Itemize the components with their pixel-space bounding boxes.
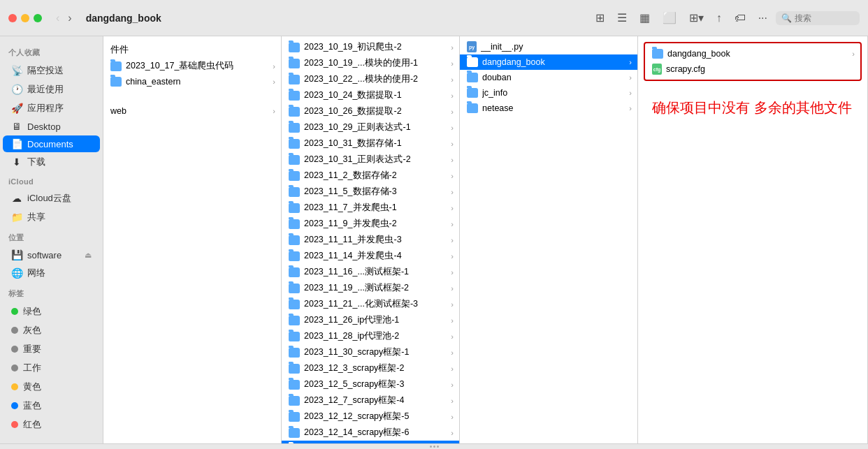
list-item[interactable]: py__init__.py (460, 39, 637, 54)
sidebar-item-network[interactable]: 🌐 网络 (3, 264, 100, 282)
list-item[interactable]: 2023_11_16_...测试框架-1› (282, 264, 459, 280)
folder-icon (289, 187, 300, 197)
chevron-right-icon: › (451, 156, 454, 164)
more-icon[interactable]: ··· (755, 10, 770, 26)
list-item[interactable]: 2023_10_22_...模块的使用-2› (282, 71, 459, 87)
list-item[interactable]: 2023_11_11_并发爬虫-3› (282, 232, 459, 248)
item-name: 2023_11_21_...化测试框架-3 (304, 298, 447, 310)
list-item[interactable]: web › (103, 103, 281, 119)
finder-columns: 件件 2023_10_17_基础爬虫代码 › china_eastern › w… (103, 36, 868, 443)
list-item[interactable]: 2023_10_31_数据存储-1› (282, 135, 459, 152)
list-item[interactable]: 2023_10_19_初识爬虫-2› (282, 39, 459, 55)
list-item[interactable]: 2023_11_28_ip代理池-2› (282, 328, 459, 344)
list-item[interactable]: dangdang_book› (460, 54, 637, 70)
sidebar-item-tag-gray[interactable]: 灰色 (3, 321, 100, 339)
sidebar-item-recents[interactable]: 🕐 最近使用 (3, 80, 100, 98)
sidebar-item-icloud-drive[interactable]: ☁ iCloud云盘 (3, 189, 100, 207)
tag-icon[interactable]: 🏷 (732, 10, 748, 26)
sidebar-label-software: software (27, 250, 62, 260)
list-item[interactable]: 2023_11_19_...测试框架-2› (282, 280, 459, 296)
sidebar-label-airdrop: 隔空投送 (27, 64, 64, 77)
item-name: 2023_10_19_...模块的使用-1 (304, 57, 447, 69)
network-icon: 🌐 (11, 267, 22, 279)
sidebar-item-airdrop[interactable]: 📡 隔空投送 (3, 61, 100, 80)
tag-yellow-dot (11, 383, 18, 390)
item-name: jc_info (482, 88, 625, 98)
list-item[interactable]: 2023_10_26_数据提取-2› (282, 103, 459, 119)
list-item[interactable]: 2023_12_14_scrapy框架-6› (282, 425, 459, 441)
sidebar-item-tag-important[interactable]: 重要 (3, 340, 100, 358)
sidebar-item-tag-blue[interactable]: 蓝色 (3, 397, 100, 415)
folder-icon (289, 284, 300, 293)
icloud-icon: ☁ (11, 193, 22, 204)
list-item[interactable]: 2023_11_21_...化测试框架-3› (282, 296, 459, 312)
sidebar-label-tag-gray: 灰色 (23, 324, 41, 337)
list-item[interactable]: 2023_11_26_ip代理池-1› (282, 312, 459, 328)
sidebar-item-tag-green[interactable]: 绿色 (3, 302, 100, 321)
column-3: py__init__.pydangdang_book›douban›jc_inf… (460, 36, 638, 443)
list-item[interactable]: 2023_12_12_scrapy框架-5› (282, 408, 459, 425)
sidebar-label-tag-important: 重要 (23, 343, 41, 355)
list-item[interactable]: 2023_10_31_正则表达式-2› (282, 152, 459, 168)
share-icon[interactable]: ↑ (714, 10, 725, 26)
list-item[interactable]: cfgscrapy.cfg (645, 61, 860, 77)
chevron-right-icon: › (273, 78, 275, 86)
list-item[interactable]: 2023_11_7_并发爬虫-1› (282, 200, 459, 216)
window-title: dangdang_book (86, 13, 161, 24)
folder-icon (289, 171, 300, 181)
back-button[interactable]: ‹ (53, 10, 62, 26)
list-item[interactable]: 2023_11_30_scrapy框架-1› (282, 344, 459, 360)
list-item[interactable]: douban› (460, 70, 637, 85)
maximize-button[interactable] (34, 14, 42, 22)
search-box[interactable]: 🔍 (776, 11, 860, 25)
list-item[interactable]: china_eastern › (103, 74, 281, 89)
list-item[interactable]: netease› (460, 101, 637, 116)
folder-icon (289, 364, 300, 374)
resize-handle (430, 446, 439, 448)
sidebar-item-desktop[interactable]: 🖥 Desktop (3, 118, 100, 135)
list-item[interactable]: 2023_10_24_数据提取-1› (282, 87, 459, 103)
sidebar-item-apps[interactable]: 🚀 应用程序 (3, 99, 100, 117)
chevron-right-icon: › (451, 43, 454, 52)
forward-button[interactable]: › (65, 10, 74, 26)
item-name: 2023_12_5_scrapy框架-3 (304, 378, 447, 390)
item-name: 2023_10_22_...模块的使用-2 (304, 73, 447, 85)
folder-icon (289, 316, 300, 325)
eject-icon[interactable]: ⏏ (85, 251, 92, 260)
search-input[interactable] (795, 13, 851, 23)
list-icon[interactable]: ☰ (614, 10, 630, 26)
item-name: scrapy.cfg (666, 64, 855, 74)
list-item[interactable]: 2023_12_5_scrapy框架-3› (282, 376, 459, 392)
list-item[interactable]: jc_info› (460, 85, 637, 101)
list-item[interactable]: 2023_11_9_并发爬虫-2› (282, 216, 459, 232)
list-item[interactable]: 2023_11_2_数据存储-2› (282, 168, 459, 184)
list-item[interactable]: 2023_10_29_正则表达式-1› (282, 119, 459, 135)
sidebar-item-shared[interactable]: 📁 共享 (3, 208, 100, 226)
close-button[interactable] (8, 14, 17, 22)
chevron-right-icon: › (451, 332, 454, 341)
column-icon[interactable]: ▦ (637, 10, 653, 26)
sidebar-item-software[interactable]: 💾 software ⏏ (3, 246, 100, 263)
grid-icon[interactable]: ⊞ (593, 10, 607, 26)
list-item[interactable]: 件件 (103, 42, 281, 58)
folder-icon (467, 88, 478, 98)
item-name: netease (482, 103, 625, 113)
sidebar-item-tag-yellow[interactable]: 黄色 (3, 378, 100, 396)
list-item[interactable]: 2023_10_19_...模块的使用-1› (282, 55, 459, 71)
gallery-icon[interactable]: ⬜ (660, 10, 679, 26)
sidebar-item-documents[interactable]: 📄 Documents (3, 135, 100, 152)
chevron-right-icon: › (451, 381, 454, 389)
list-item[interactable]: dangdang_book› (645, 46, 860, 61)
sidebar-item-tag-work[interactable]: 工作 (3, 359, 100, 377)
list-item[interactable]: 2023_12_7_scrapy框架-4› (282, 392, 459, 408)
sort-icon[interactable]: ⊞▾ (686, 10, 707, 26)
minimize-button[interactable] (21, 14, 29, 22)
chevron-right-icon: › (451, 124, 454, 132)
sidebar-item-downloads[interactable]: ⬇ 下载 (3, 153, 100, 171)
folder-icon (467, 57, 478, 67)
list-item[interactable]: 2023_12_3_scrapy框架-2› (282, 360, 459, 376)
sidebar-item-tag-red[interactable]: 红色 (3, 415, 100, 434)
list-item[interactable]: 2023_10_17_基础爬虫代码 › (103, 58, 281, 74)
list-item[interactable]: 2023_11_14_并发爬虫-4› (282, 248, 459, 264)
list-item[interactable]: 2023_11_5_数据存储-3› (282, 184, 459, 200)
